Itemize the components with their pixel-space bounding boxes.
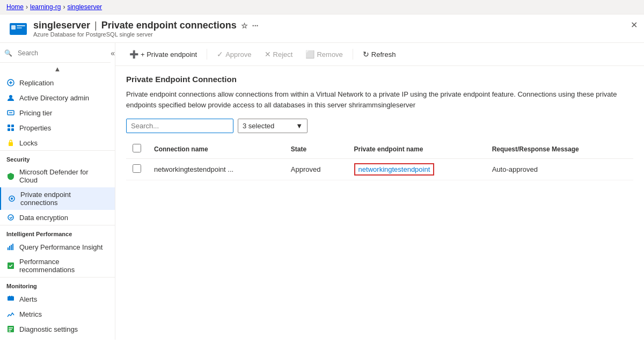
breadcrumb-rg[interactable]: learning-rg — [30, 3, 61, 11]
table-row: networkingtestendpoint ... Approved netw… — [126, 159, 633, 180]
svg-rect-21 — [9, 296, 10, 297]
reject-button[interactable]: ✕ Reject — [259, 47, 298, 61]
sidebar-item-replication[interactable]: Replication — [0, 75, 115, 90]
active-directory-icon — [6, 93, 15, 102]
approve-button[interactable]: ✓ Approve — [211, 47, 257, 61]
sidebar-item-pricing[interactable]: Pricing tier — [0, 105, 115, 120]
sidebar-item-active-directory[interactable]: Active Directory admin — [0, 90, 115, 105]
toolbar-divider-1 — [207, 49, 207, 60]
svg-rect-1 — [11, 25, 16, 30]
connection-name-cell: networkingtestendpoint ... — [148, 159, 284, 180]
svg-rect-20 — [8, 296, 14, 301]
server-icon — [9, 20, 28, 39]
diagnostic-icon — [6, 325, 15, 333]
table-header: Connection name State Private endpoint n… — [126, 140, 633, 159]
private-endpoint-icon — [8, 194, 16, 203]
svg-point-14 — [8, 215, 13, 220]
section-monitoring: Monitoring — [0, 277, 115, 291]
row-checkbox[interactable] — [133, 164, 141, 173]
header-title-group: singleserver | Private endpoint connecti… — [33, 20, 258, 38]
properties-icon — [6, 123, 15, 132]
row-checkbox-cell — [126, 159, 148, 180]
data-encryption-icon — [6, 213, 15, 222]
private-endpoint-name-cell[interactable]: networkingtestendpoint — [348, 159, 486, 180]
table-body: networkingtestendpoint ... Approved netw… — [126, 159, 633, 180]
plus-icon: ➕ — [129, 50, 138, 59]
page-header: singleserver | Private endpoint connecti… — [0, 14, 644, 43]
more-options-icon[interactable]: ··· — [252, 21, 259, 30]
sidebar-item-label: Query Performance Insight — [19, 243, 103, 251]
close-button[interactable]: ✕ — [631, 20, 638, 30]
content-description: Private endpoint connections allow conne… — [126, 89, 633, 110]
collapse-sidebar-button[interactable]: « — [111, 49, 115, 57]
svg-point-13 — [11, 198, 13, 200]
sidebar-item-label: Active Directory admin — [19, 94, 89, 102]
nav-arrow-up[interactable]: ▲ — [0, 63, 115, 75]
section-intelligent-performance: Intelligent Performance — [0, 225, 115, 239]
sidebar-item-properties[interactable]: Properties — [0, 120, 115, 135]
filter-dropdown[interactable]: 3 selected ▼ — [238, 119, 308, 133]
sidebar-item-label: Properties — [19, 124, 51, 132]
svg-rect-17 — [11, 245, 12, 250]
metrics-icon — [6, 310, 15, 318]
col-state: State — [284, 140, 348, 159]
sidebar-item-data-encryption[interactable]: Data encryption — [0, 210, 115, 225]
sidebar-item-label: Alerts — [19, 295, 37, 303]
alerts-icon — [6, 295, 15, 303]
filter-selected-text: 3 selected — [243, 122, 274, 130]
table-search-input[interactable] — [126, 119, 233, 133]
col-connection-name: Connection name — [148, 140, 284, 159]
svg-point-5 — [9, 95, 12, 98]
connections-table: Connection name State Private endpoint n… — [126, 140, 633, 180]
sidebar-item-private-endpoint[interactable]: Private endpoint connections — [0, 187, 115, 210]
search-input[interactable] — [14, 47, 106, 59]
sidebar-item-locks[interactable]: Locks — [0, 135, 115, 150]
content-toolbar: ➕ + Private endpoint ✓ Approve ✕ Reject … — [115, 43, 644, 66]
sidebar-item-query-performance[interactable]: Query Performance Insight — [0, 239, 115, 254]
svg-rect-11 — [9, 142, 13, 146]
add-private-endpoint-button[interactable]: ➕ + Private endpoint — [124, 47, 202, 61]
svg-rect-18 — [12, 244, 13, 250]
refresh-button[interactable]: ↻ Refresh — [357, 47, 401, 61]
defender-icon — [6, 172, 15, 180]
performance-rec-icon — [6, 261, 15, 270]
sidebar-item-label: Replication — [19, 79, 54, 87]
query-performance-icon — [6, 243, 15, 251]
sidebar-search-row: 🔍 « — [0, 43, 115, 63]
select-all-checkbox[interactable] — [133, 144, 141, 152]
breadcrumb: Home › learning-rg › singleserver — [0, 0, 644, 14]
sidebar-item-label: Data encryption — [19, 214, 68, 222]
x-icon: ✕ — [265, 50, 271, 59]
sidebar-item-performance-recommendations[interactable]: Performance recommendations — [0, 254, 115, 277]
svg-rect-15 — [8, 247, 9, 250]
private-endpoint-link[interactable]: networkingtestendpoint — [354, 163, 435, 176]
svg-rect-3 — [17, 27, 22, 28]
sidebar-item-label: Locks — [19, 139, 38, 147]
sidebar-item-defender[interactable]: Microsoft Defender for Cloud — [0, 165, 115, 187]
svg-rect-26 — [9, 331, 11, 332]
header-subtitle: Azure Database for PostgreSQL single ser… — [33, 31, 258, 38]
col-private-endpoint-name: Private endpoint name — [348, 140, 486, 159]
sidebar: 🔍 « ▲ Replication Active Directory admin… — [0, 43, 115, 340]
favorite-icon[interactable]: ☆ — [241, 21, 248, 30]
svg-rect-22 — [11, 296, 12, 297]
toolbar-divider-2 — [353, 49, 353, 60]
sidebar-search-container: 🔍 — [0, 43, 111, 63]
content-title: Private Endpoint Connection — [126, 75, 633, 84]
svg-rect-10 — [11, 128, 14, 131]
remove-button[interactable]: ⬜ Remove — [300, 47, 348, 61]
sidebar-item-diagnostic[interactable]: Diagnostic settings — [0, 322, 115, 337]
breadcrumb-server[interactable]: singleserver — [67, 3, 102, 11]
section-security: Security — [0, 150, 115, 165]
sidebar-item-metrics[interactable]: Metrics — [0, 306, 115, 322]
sidebar-item-alerts[interactable]: Alerts — [0, 291, 115, 306]
content-area: ➕ + Private endpoint ✓ Approve ✕ Reject … — [115, 43, 644, 340]
sidebar-item-logs[interactable]: Logs — [0, 337, 115, 340]
state-cell: Approved — [284, 159, 348, 180]
content-body: Private Endpoint Connection Private endp… — [115, 66, 644, 189]
replication-icon — [6, 78, 15, 87]
main-layout: 🔍 « ▲ Replication Active Directory admin… — [0, 43, 644, 340]
breadcrumb-home[interactable]: Home — [6, 3, 24, 11]
search-icon: 🔍 — [4, 49, 12, 57]
sidebar-item-label: Metrics — [19, 310, 42, 318]
